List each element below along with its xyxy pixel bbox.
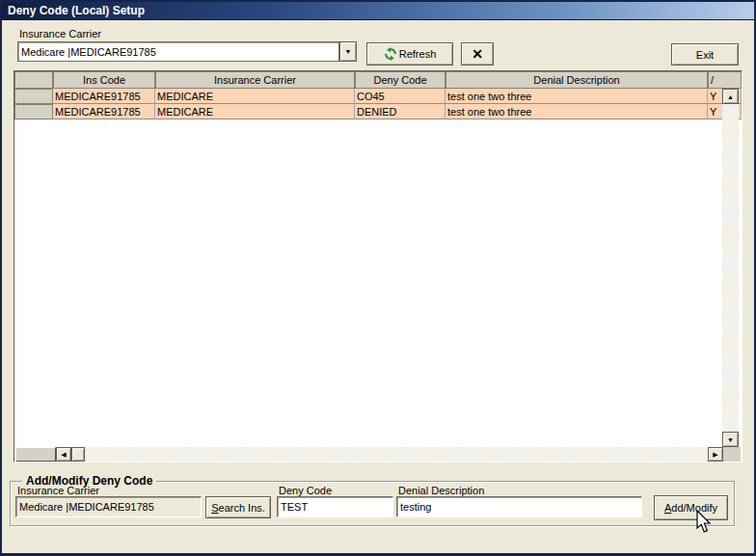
search-ins-button[interactable]: Search Ins.	[205, 496, 271, 518]
horizontal-scrollbar-track[interactable]	[85, 447, 708, 462]
deny-code-grid: Ins Code Insurance Carrier Deny Code Den…	[14, 70, 742, 463]
refresh-button-label: Refresh	[399, 48, 437, 60]
exit-button-label: Exit	[696, 49, 714, 61]
row-selector[interactable]	[14, 104, 53, 119]
refresh-icon	[384, 47, 397, 61]
title-bar: Deny Code (Local) Setup	[2, 2, 754, 20]
form-insurance-carrier-label: Insurance Carrier	[17, 485, 99, 496]
vertical-scrollbar[interactable]: ▲ ▼	[722, 89, 739, 447]
search-ins-button-label: Search Ins.	[211, 502, 265, 514]
cell-insurance-carrier[interactable]: MEDICARE	[155, 104, 355, 119]
scroll-right-icon[interactable]: ▶	[708, 447, 723, 462]
table-row[interactable]: MEDICARE91785 MEDICARE DENIED test one t…	[14, 104, 742, 119]
refresh-button[interactable]: Refresh	[366, 42, 453, 66]
cell-denial-description[interactable]: test one two three	[446, 89, 708, 104]
deny-code-input-wrap	[277, 496, 393, 517]
cursor-icon	[695, 510, 713, 535]
exit-button[interactable]: Exit	[671, 43, 739, 66]
insurance-carrier-combobox-value[interactable]: Medicare |MEDICARE91785	[17, 41, 339, 62]
vertical-scrollbar-track[interactable]	[722, 104, 739, 432]
grid-header-denial-description[interactable]: Denial Description	[446, 71, 708, 89]
form-insurance-carrier-field: Medicare |MEDICARE91785	[15, 496, 202, 517]
scrollbar-corner	[723, 447, 741, 462]
table-row[interactable]: MEDICARE91785 MEDICARE CO45 test one two…	[14, 89, 742, 104]
deny-code-setup-window: Deny Code (Local) Setup Insurance Carrie…	[0, 0, 756, 556]
denial-description-input[interactable]	[400, 497, 641, 516]
cell-denial-description[interactable]: test one two three	[446, 104, 708, 119]
close-icon: ✕	[472, 46, 483, 62]
chevron-down-icon[interactable]: ▼	[339, 41, 357, 62]
insurance-carrier-combobox[interactable]: Medicare |MEDICARE91785 ▼	[17, 41, 357, 62]
deny-code-input[interactable]	[281, 497, 392, 516]
cell-insurance-carrier[interactable]: MEDICARE	[155, 89, 355, 104]
denial-description-label: Denial Description	[398, 485, 484, 496]
horizontal-scrollbar[interactable]: ◀ ▶	[15, 447, 741, 462]
horizontal-scrollbar-thumb[interactable]	[71, 447, 85, 462]
deny-code-label: Deny Code	[279, 485, 332, 496]
row-selector[interactable]	[14, 89, 53, 104]
cell-ins-code[interactable]: MEDICARE91785	[53, 89, 155, 104]
insurance-carrier-label: Insurance Carrier	[19, 28, 101, 40]
clear-button[interactable]: ✕	[461, 42, 494, 66]
grid-header-partial[interactable]: /	[708, 71, 742, 89]
add-modify-button[interactable]: Add/Modify	[654, 495, 728, 520]
denial-description-input-wrap	[396, 496, 642, 517]
cell-deny-code[interactable]: DENIED	[355, 104, 446, 119]
scrollbar-corner-block	[15, 447, 56, 462]
grid-header-deny-code[interactable]: Deny Code	[355, 71, 446, 89]
scroll-left-icon[interactable]: ◀	[56, 447, 71, 462]
grid-header-selector	[14, 71, 53, 89]
scroll-down-icon[interactable]: ▼	[722, 432, 739, 447]
grid-header-insurance-carrier[interactable]: Insurance Carrier	[155, 71, 355, 89]
cell-deny-code[interactable]: CO45	[355, 89, 446, 104]
cell-ins-code[interactable]: MEDICARE91785	[53, 104, 155, 119]
window-title: Deny Code (Local) Setup	[8, 4, 145, 17]
scroll-up-icon[interactable]: ▲	[722, 89, 739, 104]
grid-header-ins-code[interactable]: Ins Code	[53, 71, 155, 89]
grid-header-row: Ins Code Insurance Carrier Deny Code Den…	[14, 71, 742, 89]
